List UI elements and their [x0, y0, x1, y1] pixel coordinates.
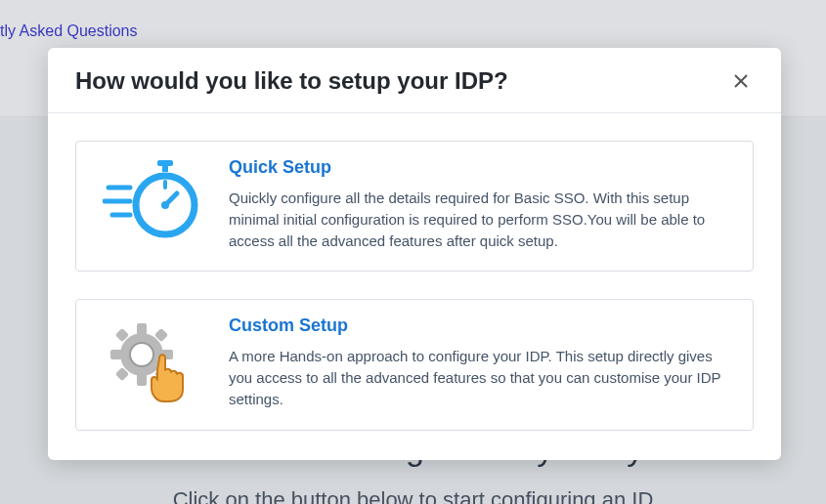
option-quick-setup[interactable]: Quick Setup Quickly configure all the de…	[75, 141, 754, 272]
option-text: Custom Setup A more Hands-on approach to…	[229, 315, 731, 409]
modal-header: How would you like to setup your IDP?	[48, 48, 781, 113]
gear-hand-icon	[98, 315, 205, 403]
svg-rect-13	[137, 374, 147, 386]
option-title: Custom Setup	[229, 315, 731, 336]
option-description: A more Hands-on approach to configure yo…	[229, 346, 731, 409]
idp-setup-modal: How would you like to setup your IDP?	[48, 48, 781, 460]
modal-body: Quick Setup Quickly configure all the de…	[48, 113, 781, 460]
close-icon	[732, 72, 750, 90]
option-description: Quickly configure all the details requir…	[229, 188, 731, 251]
svg-rect-6	[162, 166, 168, 172]
svg-rect-14	[110, 350, 122, 359]
svg-point-10	[161, 201, 169, 209]
svg-rect-12	[137, 323, 147, 335]
option-title: Quick Setup	[229, 157, 731, 178]
svg-rect-5	[157, 160, 173, 166]
stopwatch-icon	[98, 157, 205, 245]
option-custom-setup[interactable]: Custom Setup A more Hands-on approach to…	[75, 299, 754, 430]
option-text: Quick Setup Quickly configure all the de…	[229, 157, 731, 251]
modal-title: How would you like to setup your IDP?	[75, 67, 508, 95]
close-button[interactable]	[728, 68, 754, 94]
